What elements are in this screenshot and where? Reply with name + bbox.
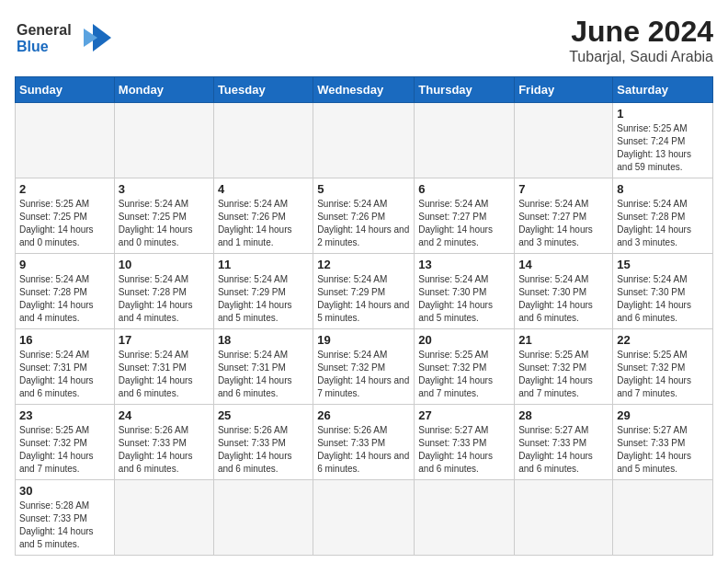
calendar-table: SundayMondayTuesdayWednesdayThursdayFrid…: [15, 76, 713, 556]
day-info: Sunrise: 5:24 AMSunset: 7:28 PMDaylight:…: [19, 273, 110, 325]
day-info: Sunrise: 5:27 AMSunset: 7:33 PMDaylight:…: [518, 424, 609, 476]
day-number: 22: [617, 333, 709, 347]
day-cell: 28Sunrise: 5:27 AMSunset: 7:33 PMDayligh…: [515, 405, 613, 480]
day-cell: 22Sunrise: 5:25 AMSunset: 7:32 PMDayligh…: [613, 329, 713, 405]
day-number: 16: [19, 333, 110, 347]
day-info: Sunrise: 5:28 AMSunset: 7:33 PMDaylight:…: [19, 500, 110, 551]
page: General Blue June 2024 Tubarjal, Saudi A…: [0, 0, 728, 563]
day-cell: 16Sunrise: 5:24 AMSunset: 7:31 PMDayligh…: [16, 329, 115, 405]
day-cell: 9Sunrise: 5:24 AMSunset: 7:28 PMDaylight…: [16, 254, 115, 329]
day-cell: 30Sunrise: 5:28 AMSunset: 7:33 PMDayligh…: [16, 480, 115, 556]
day-cell: 20Sunrise: 5:25 AMSunset: 7:32 PMDayligh…: [415, 329, 515, 405]
day-cell: 4Sunrise: 5:24 AMSunset: 7:26 PMDaylight…: [213, 178, 313, 254]
day-cell: 10Sunrise: 5:24 AMSunset: 7:28 PMDayligh…: [114, 254, 213, 329]
day-number: 24: [119, 408, 210, 422]
day-info: Sunrise: 5:25 AMSunset: 7:25 PMDaylight:…: [19, 198, 110, 249]
day-number: 4: [218, 182, 309, 196]
week-row-5: 23Sunrise: 5:25 AMSunset: 7:32 PMDayligh…: [16, 405, 713, 480]
weekday-header-friday: Friday: [515, 77, 613, 103]
weekday-header-wednesday: Wednesday: [313, 77, 415, 103]
day-info: Sunrise: 5:27 AMSunset: 7:33 PMDaylight:…: [418, 424, 510, 476]
day-cell: 23Sunrise: 5:25 AMSunset: 7:32 PMDayligh…: [16, 405, 115, 480]
weekday-header-sunday: Sunday: [16, 77, 115, 103]
week-row-1: 1Sunrise: 5:25 AMSunset: 7:24 PMDaylight…: [16, 103, 713, 178]
day-cell: 25Sunrise: 5:26 AMSunset: 7:33 PMDayligh…: [213, 405, 313, 480]
week-row-2: 2Sunrise: 5:25 AMSunset: 7:25 PMDaylight…: [16, 178, 713, 254]
day-info: Sunrise: 5:24 AMSunset: 7:26 PMDaylight:…: [317, 198, 410, 249]
day-cell: 18Sunrise: 5:24 AMSunset: 7:31 PMDayligh…: [213, 329, 313, 405]
day-cell: [515, 103, 613, 178]
day-info: Sunrise: 5:24 AMSunset: 7:27 PMDaylight:…: [418, 198, 510, 249]
day-cell: [415, 480, 515, 556]
day-number: 19: [317, 333, 410, 347]
day-cell: [515, 480, 613, 556]
svg-text:Blue: Blue: [17, 39, 49, 54]
day-number: 26: [317, 408, 410, 422]
day-number: 27: [418, 408, 510, 422]
day-cell: 8Sunrise: 5:24 AMSunset: 7:28 PMDaylight…: [613, 178, 713, 254]
day-cell: 15Sunrise: 5:24 AMSunset: 7:30 PMDayligh…: [613, 254, 713, 329]
day-cell: 21Sunrise: 5:25 AMSunset: 7:32 PMDayligh…: [515, 329, 613, 405]
day-cell: 19Sunrise: 5:24 AMSunset: 7:32 PMDayligh…: [313, 329, 415, 405]
day-cell: 24Sunrise: 5:26 AMSunset: 7:33 PMDayligh…: [114, 405, 213, 480]
day-number: 29: [617, 408, 709, 422]
day-number: 10: [119, 258, 210, 271]
day-number: 25: [218, 408, 309, 422]
day-cell: 6Sunrise: 5:24 AMSunset: 7:27 PMDaylight…: [415, 178, 515, 254]
day-info: Sunrise: 5:25 AMSunset: 7:32 PMDaylight:…: [617, 349, 709, 400]
day-info: Sunrise: 5:24 AMSunset: 7:30 PMDaylight:…: [518, 273, 609, 325]
day-number: 5: [317, 182, 410, 196]
day-info: Sunrise: 5:24 AMSunset: 7:28 PMDaylight:…: [617, 198, 709, 249]
day-number: 11: [218, 258, 309, 271]
day-cell: 3Sunrise: 5:24 AMSunset: 7:25 PMDaylight…: [114, 178, 213, 254]
day-number: 1: [617, 107, 709, 121]
day-cell: [114, 480, 213, 556]
weekday-header-saturday: Saturday: [613, 77, 713, 103]
day-info: Sunrise: 5:24 AMSunset: 7:32 PMDaylight:…: [317, 349, 410, 400]
day-number: 14: [518, 258, 609, 271]
day-number: 12: [317, 258, 410, 271]
day-cell: 2Sunrise: 5:25 AMSunset: 7:25 PMDaylight…: [16, 178, 115, 254]
day-number: 8: [617, 182, 709, 196]
day-number: 2: [19, 182, 110, 196]
weekday-header-row: SundayMondayTuesdayWednesdayThursdayFrid…: [16, 77, 713, 103]
weekday-header-tuesday: Tuesday: [213, 77, 313, 103]
day-number: 23: [19, 408, 110, 422]
day-cell: [313, 480, 415, 556]
day-cell: [213, 480, 313, 556]
day-info: Sunrise: 5:26 AMSunset: 7:33 PMDaylight:…: [317, 424, 410, 476]
day-number: 9: [19, 258, 110, 271]
day-number: 20: [418, 333, 510, 347]
day-info: Sunrise: 5:26 AMSunset: 7:33 PMDaylight:…: [119, 424, 210, 476]
day-info: Sunrise: 5:24 AMSunset: 7:31 PMDaylight:…: [119, 349, 210, 400]
day-number: 30: [19, 484, 110, 498]
day-cell: 5Sunrise: 5:24 AMSunset: 7:26 PMDaylight…: [313, 178, 415, 254]
logo-text: General Blue: [15, 15, 116, 64]
day-info: Sunrise: 5:24 AMSunset: 7:29 PMDaylight:…: [218, 273, 309, 325]
week-row-6: 30Sunrise: 5:28 AMSunset: 7:33 PMDayligh…: [16, 480, 713, 556]
day-info: Sunrise: 5:24 AMSunset: 7:26 PMDaylight:…: [218, 198, 309, 249]
day-info: Sunrise: 5:24 AMSunset: 7:28 PMDaylight:…: [119, 273, 210, 325]
svg-text:General: General: [17, 22, 72, 38]
day-number: 17: [119, 333, 210, 347]
day-cell: 17Sunrise: 5:24 AMSunset: 7:31 PMDayligh…: [114, 329, 213, 405]
day-number: 7: [518, 182, 609, 196]
weekday-header-monday: Monday: [114, 77, 213, 103]
day-info: Sunrise: 5:24 AMSunset: 7:30 PMDaylight:…: [418, 273, 510, 325]
day-number: 6: [418, 182, 510, 196]
day-cell: [16, 103, 115, 178]
weekday-header-thursday: Thursday: [415, 77, 515, 103]
day-info: Sunrise: 5:26 AMSunset: 7:33 PMDaylight:…: [218, 424, 309, 476]
day-info: Sunrise: 5:24 AMSunset: 7:27 PMDaylight:…: [518, 198, 609, 249]
day-number: 15: [617, 258, 709, 271]
day-info: Sunrise: 5:25 AMSunset: 7:32 PMDaylight:…: [518, 349, 609, 400]
title-block: June 2024 Tubarjal, Saudi Arabia: [569, 15, 713, 65]
day-cell: 26Sunrise: 5:26 AMSunset: 7:33 PMDayligh…: [313, 405, 415, 480]
day-info: Sunrise: 5:25 AMSunset: 7:32 PMDaylight:…: [418, 349, 510, 400]
calendar-subtitle: Tubarjal, Saudi Arabia: [569, 49, 713, 65]
day-number: 21: [518, 333, 609, 347]
logo: General Blue: [15, 15, 116, 64]
day-cell: 29Sunrise: 5:27 AMSunset: 7:33 PMDayligh…: [613, 405, 713, 480]
day-cell: 13Sunrise: 5:24 AMSunset: 7:30 PMDayligh…: [415, 254, 515, 329]
day-number: 28: [518, 408, 609, 422]
